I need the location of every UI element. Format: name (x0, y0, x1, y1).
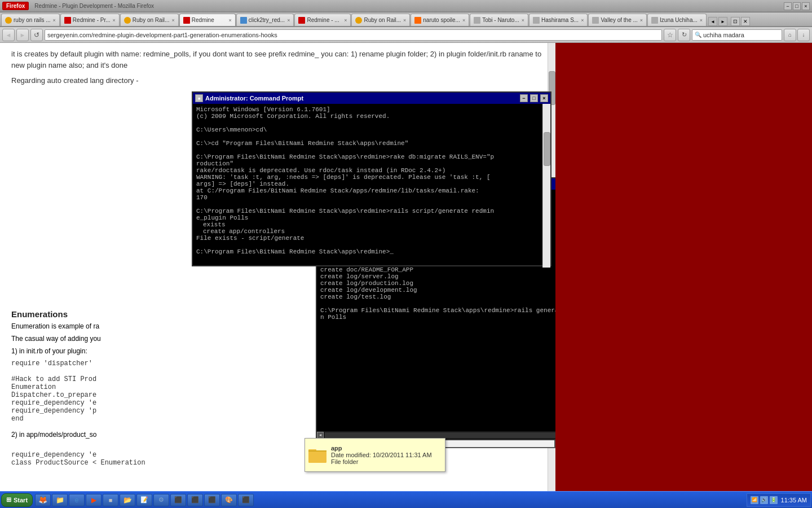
window-controls-close[interactable]: ✕ (741, 17, 750, 26)
search-text: uchiha madara (703, 32, 744, 38)
cmd2-line-17 (320, 300, 555, 307)
tab-redmine3-close[interactable]: × (342, 17, 347, 23)
tab-ruby2-label: Ruby on Rail... (133, 17, 170, 23)
close-button[interactable]: × (802, 2, 810, 10)
cmd-line-15 (196, 201, 547, 208)
tab-redmine1[interactable]: Redmine - Pr... × (60, 14, 120, 26)
refresh-button[interactable]: ↺ (30, 29, 43, 41)
tab-redmine2-active[interactable]: Redmine × (179, 14, 236, 26)
cmd-taskbar-icon-1: ■ (109, 497, 113, 503)
tab-izuna-close[interactable]: × (698, 17, 703, 23)
firefox-button[interactable]: Firefox (2, 2, 29, 10)
taskbar-item-notepad[interactable]: 📝 (136, 494, 152, 506)
tab-scroll-right[interactable]: ► (718, 17, 727, 26)
tab-redmine3[interactable]: Redmine - ... × (294, 14, 351, 26)
folder-icon (308, 447, 326, 463)
tab-redmine1-close[interactable]: × (111, 17, 116, 23)
section-heading: Enumerations (11, 309, 288, 319)
webpage-lang-text: Regarding auto created lang directory - (11, 75, 544, 86)
ie-taskbar-icon: e (75, 496, 79, 504)
cmd-maximize[interactable]: □ (530, 94, 538, 102)
tab-hashirama-close[interactable]: × (579, 17, 584, 23)
tab-naruto-close[interactable]: × (460, 17, 465, 23)
url-bar[interactable]: sergeyenin.com/redmine-plugin-developmen… (45, 29, 662, 41)
tab-hashirama[interactable]: Hashirama S... × (529, 14, 588, 26)
code-require-e2: require_dependency 'e (11, 451, 288, 459)
tab-tobi-close[interactable]: × (519, 17, 524, 23)
minimize-button[interactable]: − (784, 2, 792, 10)
cmd-line-10: rake/rdoctask is deprecated. Use rdoc/ta… (196, 167, 547, 174)
taskbar-item-misc5[interactable]: ⬛ (238, 494, 254, 506)
tab-naruto[interactable]: naruto spoile... × (411, 14, 469, 26)
taskbar: ⊞ Start 🦊 📁 e ▶ ■ 📂 📝 ⚙ ⬛ ⬛ (0, 491, 812, 508)
folder-type: File folder (331, 458, 432, 465)
webpage: it is creates by default plugin with nam… (0, 43, 555, 506)
reload-button[interactable]: ↻ (678, 29, 690, 41)
tab-tobi[interactable]: Tobi - Naruto... × (470, 14, 528, 26)
cmd-line-19: create app/controllers (196, 228, 547, 235)
download-button[interactable]: ↓ (797, 29, 810, 41)
cmd-line-17: e_plugin Polls (196, 214, 547, 221)
start-label: Start (14, 497, 28, 503)
tab-redmine2-close[interactable]: × (226, 17, 231, 23)
cmd-line-13: at C:/Program Files/BitNami Redmine Stac… (196, 187, 547, 194)
taskbar-item-ie[interactable]: e (69, 494, 85, 506)
taskbar-item-misc3[interactable]: ⬛ (187, 494, 203, 506)
tab-ruby1[interactable]: ruby on rails ... × (1, 14, 60, 26)
tab-ruby1-close[interactable]: × (51, 17, 56, 23)
forward-button[interactable]: ► (16, 29, 29, 41)
tab-valley-close[interactable]: × (638, 17, 643, 23)
cmd-minimize[interactable]: − (520, 94, 528, 102)
cmd-line-22: C:\Program Files\BitNami Redmine Stack\a… (196, 248, 547, 255)
taskbar-item-misc1[interactable]: ⚙ (153, 494, 169, 506)
taskbar-item-misc4[interactable]: ⬛ (204, 494, 220, 506)
taskbar-item-explorer[interactable]: 📂 (120, 494, 135, 506)
cmd-line-1: Microsoft Windows [Version 6.1.7601] (196, 106, 547, 113)
tab-ruby3-close[interactable]: × (401, 17, 406, 23)
tab-ruby2-close[interactable]: × (169, 17, 174, 23)
maximize-button[interactable]: □ (793, 2, 801, 10)
bookmark-button[interactable]: ☆ (664, 29, 676, 41)
app-models-text: 2) in app/models/product_so (11, 431, 288, 439)
folder-taskbar-icon-1: 📁 (56, 496, 64, 504)
home-button[interactable]: ⌂ (784, 29, 796, 41)
cmd-line-20: File exists - script/generate (196, 235, 547, 242)
folder-tooltip: app Date modified: 10/20/2011 11:31 AM F… (304, 438, 445, 472)
tab-valley[interactable]: Valley of the ... × (588, 14, 647, 26)
taskbar-time: 11:35 AM (781, 497, 807, 503)
sidebar-right (555, 43, 812, 506)
taskbar-item-firefox[interactable]: 🦊 (35, 494, 51, 506)
tab-ruby3[interactable]: Ruby on Rail... × (351, 14, 410, 26)
tab-valley-label: Valley of the ... (601, 17, 637, 23)
taskbar-item-misc2[interactable]: ⬛ (170, 494, 186, 506)
webpage-bottom-content: Enumerations Enumeration is example of r… (0, 304, 299, 467)
tab-redmine2-label: Redmine (192, 17, 214, 23)
tab-click2try[interactable]: click2try_red... × (236, 14, 294, 26)
start-button[interactable]: ⊞ Start (1, 493, 33, 507)
tray-icon-volume: 🔊 (760, 496, 768, 504)
tab-click2try-close[interactable]: × (285, 17, 290, 23)
cmd2-line-19: n Polls (320, 314, 555, 321)
cmd-scrollbar-thumb[interactable] (544, 132, 550, 166)
tab-izuna[interactable]: Izuna Uchiha... × (647, 14, 707, 26)
taskbar-item-media[interactable]: ▶ (86, 494, 102, 506)
cmd-line-3 (196, 120, 547, 126)
taskbar-item-folder1[interactable]: 📁 (52, 494, 68, 506)
tab-ruby2[interactable]: Ruby on Rail... × (120, 14, 179, 26)
cmd-scrollbar-right[interactable] (542, 104, 550, 268)
back-button[interactable]: ◄ (2, 29, 15, 41)
cmd-close[interactable]: × (540, 94, 548, 102)
cmd2-line-13: create log/server.log (320, 273, 555, 280)
notepad-taskbar-icon: 📝 (140, 496, 148, 503)
tab-scroll-left[interactable]: ◄ (708, 17, 717, 26)
taskbar-item-cmd1[interactable]: ■ (103, 494, 118, 506)
cmd-line-2: (c) 2009 Microsoft Corporation. All righ… (196, 113, 547, 120)
window-controls-restore[interactable]: ⊡ (731, 17, 740, 26)
taskbar-item-paint[interactable]: 🎨 (221, 494, 237, 506)
tab-hashirama-label: Hashirama S... (541, 17, 579, 23)
tray-icon-battery: 🔋 (770, 496, 778, 504)
code-require-dispatcher: require 'dispatcher' (11, 360, 288, 367)
search-bar[interactable]: 🔍 uchiha madara (692, 29, 782, 41)
tab-ruby1-favicon (5, 17, 12, 24)
folder-info: app Date modified: 10/20/2011 11:31 AM F… (331, 445, 432, 465)
